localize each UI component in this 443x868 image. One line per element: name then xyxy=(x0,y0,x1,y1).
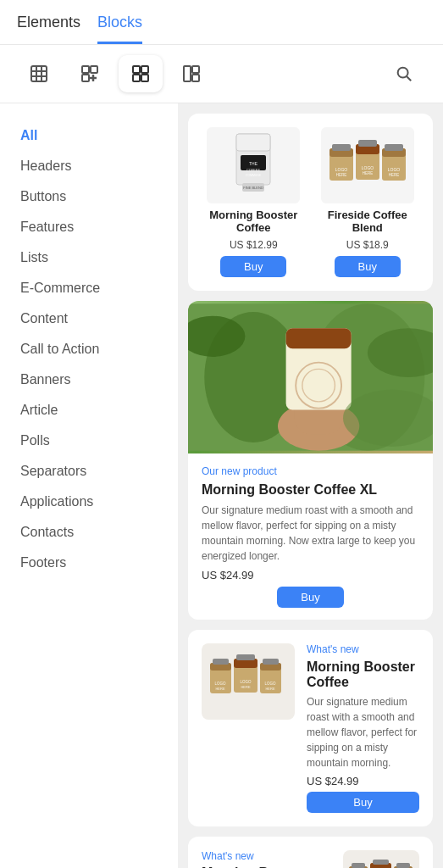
block-card-3[interactable]: LOGO HERE LOGO HERE LOGO HERE xyxy=(188,630,433,826)
svg-rect-15 xyxy=(192,66,199,73)
buy-button-1[interactable]: Buy xyxy=(220,256,286,277)
svg-text:HERE: HERE xyxy=(215,687,224,691)
card4-content: What's new Morning Booster Coffee Our si… xyxy=(202,850,333,868)
svg-line-18 xyxy=(407,76,411,81)
svg-text:HERE: HERE xyxy=(335,173,346,177)
svg-point-17 xyxy=(398,68,408,78)
svg-rect-6 xyxy=(91,66,97,73)
svg-rect-16 xyxy=(192,75,199,81)
sidebar-item-content[interactable]: Content xyxy=(0,303,178,334)
card2-body: Our new product Morning Booster Coffee X… xyxy=(188,453,433,620)
grid-view-icon[interactable] xyxy=(119,55,163,92)
svg-text:COFFEE: COFFEE xyxy=(246,168,261,172)
product-grid: THE COFFEE COMMUNE FINE BLEND Morning Bo… xyxy=(202,127,419,277)
sidebar: All Headers Buttons Features Lists E-Com… xyxy=(0,103,178,868)
svg-text:LOGO: LOGO xyxy=(335,167,348,172)
sidebar-item-article[interactable]: Article xyxy=(0,395,178,426)
sidebar-item-banners[interactable]: Banners xyxy=(0,364,178,395)
product-price-1: US $12.99 xyxy=(230,239,278,251)
card4-badge: What's new xyxy=(202,850,333,862)
svg-text:LOGO: LOGO xyxy=(362,165,374,170)
blocks-content: THE COFFEE COMMUNE FINE BLEND Morning Bo… xyxy=(178,103,443,868)
svg-rect-7 xyxy=(82,75,89,81)
sidebar-item-call-to-action[interactable]: Call to Action xyxy=(0,334,178,364)
card3-title: Morning Booster Coffee xyxy=(307,659,419,690)
product-price-2: US $18.9 xyxy=(346,239,389,251)
sidebar-item-separators[interactable]: Separators xyxy=(0,456,178,487)
card3-badge: What's new xyxy=(307,643,419,655)
block-card-4[interactable]: What's new Morning Booster Coffee Our si… xyxy=(188,837,433,868)
sidebar-item-all[interactable]: All xyxy=(0,120,178,151)
svg-rect-11 xyxy=(141,66,148,73)
product-item-1: THE COFFEE COMMUNE FINE BLEND Morning Bo… xyxy=(202,127,306,277)
svg-rect-0 xyxy=(31,66,47,81)
svg-rect-5 xyxy=(82,66,89,73)
svg-text:COMMUNE: COMMUNE xyxy=(246,174,262,177)
card2-badge: Our new product xyxy=(202,465,419,477)
hand-cup-illustration xyxy=(188,301,433,453)
svg-rect-20 xyxy=(236,134,270,151)
sidebar-item-features[interactable]: Features xyxy=(0,212,178,242)
svg-text:LOGO: LOGO xyxy=(240,680,252,684)
svg-text:LOGO: LOGO xyxy=(388,167,401,172)
svg-text:LOGO: LOGO xyxy=(214,682,226,686)
coffee-cups-svg: LOGO HERE LOGO HERE LOGO xyxy=(325,131,410,199)
large-product-image xyxy=(188,301,433,453)
product-image-2: LOGO HERE LOGO HERE LOGO xyxy=(321,127,414,203)
card4-image: LOGO HERE LOGO HERE LOGO HERE xyxy=(343,850,419,868)
card4-cups-svg: LOGO HERE LOGO HERE LOGO HERE xyxy=(347,854,415,868)
card3-desc: Our signature medium roast with a smooth… xyxy=(307,694,419,771)
product-image-1: THE COFFEE COMMUNE FINE BLEND xyxy=(207,127,300,203)
svg-rect-13 xyxy=(141,75,148,81)
svg-text:THE: THE xyxy=(249,161,258,166)
svg-text:HERE: HERE xyxy=(241,685,250,689)
svg-rect-61 xyxy=(236,654,255,660)
split-grid-icon[interactable] xyxy=(169,55,213,92)
svg-rect-34 xyxy=(358,140,377,147)
single-cell-icon[interactable] xyxy=(17,55,61,92)
svg-rect-29 xyxy=(332,144,351,151)
sidebar-item-headers[interactable]: Headers xyxy=(0,151,178,181)
sidebar-item-ecommerce[interactable]: E-Commerce xyxy=(0,273,178,303)
buy-button-card3[interactable]: Buy xyxy=(307,792,419,813)
svg-rect-48 xyxy=(286,328,352,348)
card3-cups-svg: LOGO HERE LOGO HERE LOGO HERE xyxy=(206,648,291,715)
svg-rect-66 xyxy=(263,659,279,665)
svg-rect-81 xyxy=(396,863,410,868)
card3-price: US $24.99 xyxy=(307,775,419,787)
svg-rect-56 xyxy=(213,659,229,665)
svg-text:FINE BLEND: FINE BLEND xyxy=(243,186,263,190)
main-layout: All Headers Buttons Features Lists E-Com… xyxy=(0,103,443,868)
sidebar-item-applications[interactable]: Applications xyxy=(0,487,178,517)
svg-rect-76 xyxy=(373,860,389,865)
card2-desc: Our signature medium roast with a smooth… xyxy=(202,503,419,564)
buy-button-2[interactable]: Buy xyxy=(335,256,401,277)
svg-text:HERE: HERE xyxy=(362,171,373,175)
block-card-1[interactable]: THE COFFEE COMMUNE FINE BLEND Morning Bo… xyxy=(188,114,433,291)
tab-blocks[interactable]: Blocks xyxy=(97,14,142,44)
add-grid-icon[interactable] xyxy=(68,55,112,92)
toolbar xyxy=(0,45,443,103)
header: Elements Blocks xyxy=(0,0,443,45)
svg-text:HERE: HERE xyxy=(265,687,274,691)
svg-rect-71 xyxy=(352,863,365,868)
card2-price: US $24.99 xyxy=(202,569,419,581)
sidebar-item-buttons[interactable]: Buttons xyxy=(0,181,178,212)
product-name-1: Morning Booster Coffee xyxy=(202,209,306,234)
product-name-2: Fireside Coffee Blend xyxy=(316,209,420,234)
card2-title: Morning Booster Coffee XL xyxy=(202,482,419,498)
sidebar-item-footers[interactable]: Footers xyxy=(0,548,178,578)
tab-elements[interactable]: Elements xyxy=(17,14,80,44)
svg-rect-12 xyxy=(133,75,140,81)
card3-content: What's new Morning Booster Coffee Our si… xyxy=(307,643,419,813)
svg-rect-14 xyxy=(184,66,191,81)
buy-button-card2[interactable]: Buy xyxy=(277,587,343,608)
sidebar-item-polls[interactable]: Polls xyxy=(0,426,178,456)
search-icon[interactable] xyxy=(382,55,426,92)
sidebar-item-contacts[interactable]: Contacts xyxy=(0,517,178,548)
coffee-bag-svg: THE COFFEE COMMUNE FINE BLEND xyxy=(224,130,283,202)
sidebar-item-lists[interactable]: Lists xyxy=(0,242,178,273)
card3-image: LOGO HERE LOGO HERE LOGO HERE xyxy=(202,643,295,720)
block-card-2[interactable]: Our new product Morning Booster Coffee X… xyxy=(188,301,433,620)
card3-layout: LOGO HERE LOGO HERE LOGO HERE xyxy=(202,643,419,813)
